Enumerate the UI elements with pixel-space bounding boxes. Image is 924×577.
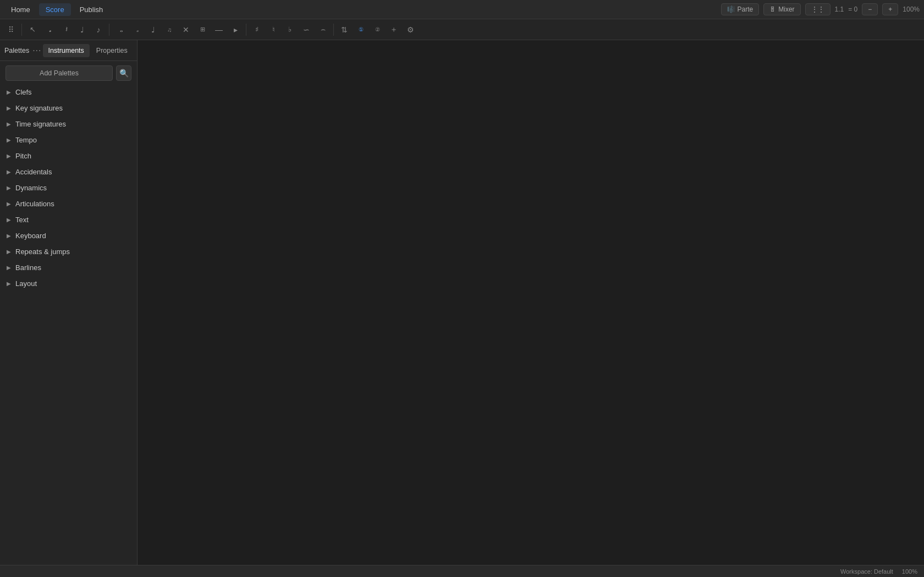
palette-expand-arrow-icon: ▶ (7, 153, 11, 159)
accidental-natural-icon[interactable]: ♮ (266, 22, 281, 37)
tie-icon[interactable]: ∽ (299, 22, 314, 37)
parte-label: Parte (738, 6, 754, 13)
top-right-controls: 🎼 Parte 🎚 Mixer ⋮⋮ 1.1 = 0 − + 100% (721, 3, 920, 15)
status-bar: Workspace: Default 100% (0, 565, 924, 577)
note-dur-2-icon[interactable]: 𝅗 (129, 22, 144, 37)
sidebar: Palettes ··· Instruments Properties Add … (0, 40, 138, 565)
zoom-level-label: 100% (902, 568, 917, 575)
palette-expand-arrow-icon: ▶ (7, 233, 11, 239)
palette-item-label: Keyboard (15, 232, 46, 240)
add-palettes-button[interactable]: Add Palettes (6, 65, 113, 81)
palette-item-pitch[interactable]: ▶Pitch (0, 148, 137, 164)
add-palettes-row: Add Palettes 🔍 (0, 61, 137, 84)
palette-item-layout[interactable]: ▶Layout (0, 276, 137, 292)
palette-item-label: Layout (15, 279, 37, 288)
note-input-icon[interactable]: 𝅘 (41, 22, 57, 37)
palette-item-label: Accidentals (15, 168, 52, 176)
toolbar-divider-2 (109, 24, 109, 36)
note-dur-4-icon[interactable]: ♫ (162, 22, 177, 37)
zoom-reset-display: = 0 (848, 6, 857, 13)
palette-item-label: Dynamics (15, 184, 47, 192)
palette-expand-arrow-icon: ▶ (7, 185, 11, 191)
mixer-button[interactable]: 🎚 Mixer (763, 3, 800, 15)
voice2-icon[interactable]: ② (370, 22, 385, 37)
palette-expand-arrow-icon: ▶ (7, 249, 11, 255)
palettes-menu-button[interactable]: ··· (32, 45, 41, 57)
palette-item-label: Key signatures (15, 104, 63, 112)
palette-item-dynamics[interactable]: ▶Dynamics (0, 180, 137, 196)
palette-item-tempo[interactable]: ▶Tempo (0, 132, 137, 148)
note-dur-3-icon[interactable]: ♩ (145, 22, 161, 37)
palette-expand-arrow-icon: ▶ (7, 121, 11, 127)
grid-icon-button[interactable]: ⋮⋮ (805, 3, 831, 15)
palette-expand-arrow-icon: ▶ (7, 201, 11, 207)
parte-button[interactable]: 🎼 Parte (721, 3, 760, 15)
workspace-label: Workspace: Default (840, 568, 893, 575)
search-icon: 🔍 (119, 69, 129, 78)
drag-handle-icon[interactable]: ⠿ (3, 22, 19, 37)
palette-item-label: Pitch (15, 152, 31, 160)
cursor-icon[interactable]: ↖ (25, 22, 40, 37)
palette-list: ▶Clefs▶Key signatures▶Time signatures▶Te… (0, 84, 137, 565)
toolbar: ⠿ ↖ 𝅘 𝄽 ♩ ♪ 𝅝 𝅗 ♩ ♫ ✕ ⊞ — ▸ ♯ ♮ ♭ ∽ ⌢ ⇅ … (0, 19, 924, 40)
palette-item-label: Clefs (15, 88, 32, 96)
palette-expand-arrow-icon: ▶ (7, 105, 11, 111)
note-8th-icon[interactable]: ♪ (91, 22, 106, 37)
voice1-icon[interactable]: ① (353, 22, 369, 37)
palette-item-barlines[interactable]: ▶Barlines (0, 260, 137, 276)
flip-icon[interactable]: ⇅ (337, 22, 352, 37)
palette-item-keyboard[interactable]: ▶Keyboard (0, 228, 137, 244)
zoom-percent-display: 100% (903, 6, 920, 13)
accidental-flat-icon[interactable]: ♭ (282, 22, 298, 37)
menu-item-publish[interactable]: Publish (73, 3, 110, 16)
palette-item-label: Tempo (15, 136, 37, 144)
tab-instruments[interactable]: Instruments (43, 44, 90, 57)
settings-gear-icon[interactable]: ⚙ (403, 22, 418, 37)
top-menu-bar: Home Score Publish 🎼 Parte 🎚 Mixer ⋮⋮ 1.… (0, 0, 924, 19)
beam-icon[interactable]: ♩ (74, 22, 90, 37)
palette-item-articulations[interactable]: ▶Articulations (0, 196, 137, 212)
position-display: 1.1 (835, 6, 844, 13)
note-dur-8-icon[interactable]: ▸ (228, 22, 243, 37)
toolbar-divider-3 (246, 24, 246, 36)
palette-expand-arrow-icon: ▶ (7, 89, 11, 95)
accidental-sharp-icon[interactable]: ♯ (249, 22, 265, 37)
note-dur-6-icon[interactable]: ⊞ (195, 22, 210, 37)
note-dur-5-icon[interactable]: ✕ (178, 22, 194, 37)
palette-item-repeats-jumps[interactable]: ▶Repeats & jumps (0, 244, 137, 260)
rest-icon[interactable]: 𝄽 (58, 22, 73, 37)
palette-item-clefs[interactable]: ▶Clefs (0, 84, 137, 100)
note-dur-7-icon[interactable]: — (211, 22, 227, 37)
palette-item-accidentals[interactable]: ▶Accidentals (0, 164, 137, 180)
menu-item-score[interactable]: Score (39, 3, 71, 16)
score-content-area (138, 40, 924, 565)
palette-expand-arrow-icon: ▶ (7, 137, 11, 143)
toolbar-divider-4 (333, 24, 334, 36)
palette-item-key-signatures[interactable]: ▶Key signatures (0, 100, 137, 116)
main-layout: Palettes ··· Instruments Properties Add … (0, 40, 924, 565)
palette-item-label: Barlines (15, 263, 41, 272)
palette-item-label: Repeats & jumps (15, 248, 70, 256)
mixer-icon: 🎚 (769, 6, 776, 13)
toolbar-divider-1 (21, 24, 22, 36)
palette-item-label: Text (15, 216, 29, 224)
palette-item-label: Articulations (15, 200, 54, 208)
palettes-heading: Palettes (4, 47, 29, 54)
parte-icon: 🎼 (727, 6, 735, 13)
palette-item-label: Time signatures (15, 120, 66, 128)
plus-icon[interactable]: ＋ (386, 22, 402, 37)
slur-icon[interactable]: ⌢ (315, 22, 331, 37)
note-dur-1-icon[interactable]: 𝅝 (112, 22, 128, 37)
zoom-out-button[interactable]: − (862, 3, 878, 15)
tab-properties[interactable]: Properties (91, 44, 133, 57)
palette-expand-arrow-icon: ▶ (7, 265, 11, 271)
mixer-label: Mixer (778, 6, 794, 13)
palette-expand-arrow-icon: ▶ (7, 281, 11, 287)
search-palettes-button[interactable]: 🔍 (116, 65, 131, 81)
zoom-in-button[interactable]: + (882, 3, 898, 15)
palette-item-time-signatures[interactable]: ▶Time signatures (0, 116, 137, 132)
sidebar-tabs: Palettes ··· Instruments Properties (0, 40, 137, 61)
palette-expand-arrow-icon: ▶ (7, 169, 11, 175)
menu-item-home[interactable]: Home (4, 3, 37, 16)
palette-item-text[interactable]: ▶Text (0, 212, 137, 228)
